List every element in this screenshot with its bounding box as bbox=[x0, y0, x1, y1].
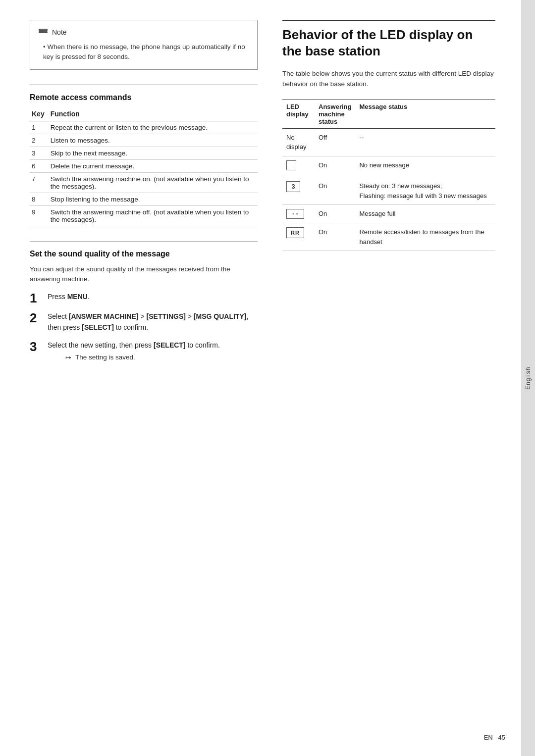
table-row: - - On Message full bbox=[282, 205, 495, 223]
step-result: ↦The settng is saved. bbox=[65, 353, 220, 361]
sidebar-tab: English bbox=[521, 0, 535, 756]
sound-quality-title: Set the sound quality of the message bbox=[30, 250, 258, 258]
led-rr-indicator: RR bbox=[286, 227, 304, 238]
table-row: On No new message bbox=[282, 156, 495, 177]
led-display-cell: 3 bbox=[282, 177, 315, 205]
led-answering-cell: On bbox=[315, 177, 355, 205]
led-message-cell: Steady on: 3 new messages;Flashing: mess… bbox=[355, 177, 495, 205]
led-intro: The table below shows you the current st… bbox=[282, 69, 495, 90]
led-col-display: LEDdisplay bbox=[282, 100, 315, 128]
left-column: Note When there is no message, the phone… bbox=[30, 20, 258, 736]
table-row: No display Off -- bbox=[282, 128, 495, 156]
commands-table-header: Key Function bbox=[30, 108, 258, 121]
led-table-header: LEDdisplay Answeringmachinestatus Messag… bbox=[282, 100, 495, 128]
step-number: 1 bbox=[30, 292, 42, 304]
step-content: Press MENU. bbox=[48, 292, 90, 302]
function-cell: Stop listening to the message. bbox=[49, 193, 258, 205]
function-cell: Switch the answering machine off. (not a… bbox=[49, 205, 258, 226]
led-message-cell: Message full bbox=[355, 205, 495, 223]
function-cell: Listen to messages. bbox=[49, 134, 258, 147]
key-cell: 8 bbox=[30, 193, 49, 205]
key-cell: 1 bbox=[30, 121, 49, 134]
step-text: Press MENU. bbox=[48, 291, 90, 301]
step-text: Select the new setting, then press [SELE… bbox=[48, 339, 220, 349]
table-row: 8Stop listening to the message. bbox=[30, 193, 258, 205]
steps-list: 1 Press MENU. 2 Select [ANSWER MACHINE] … bbox=[30, 292, 258, 361]
led-message-cell: Remote access/listen to messages from th… bbox=[355, 223, 495, 251]
arrow-icon: ↦ bbox=[65, 353, 71, 361]
step-item: 2 Select [ANSWER MACHINE] > [SETTINGS] >… bbox=[30, 311, 258, 333]
led-section-title: Behavior of the LED display on the base … bbox=[282, 20, 495, 59]
note-box: Note When there is no message, the phone… bbox=[30, 20, 258, 70]
page-footer: EN 45 bbox=[484, 734, 505, 741]
table-row: RR On Remote access/listen to messages f… bbox=[282, 223, 495, 251]
led-display-cell: - - bbox=[282, 205, 315, 223]
table-row: 3 On Steady on: 3 new messages;Flashing:… bbox=[282, 177, 495, 205]
step-number: 3 bbox=[30, 340, 42, 353]
led-answering-cell: Off bbox=[315, 128, 355, 156]
led-no-display: No display bbox=[286, 134, 306, 151]
divider-1 bbox=[30, 85, 258, 85]
note-content: When there is no message, the phone hang… bbox=[38, 42, 249, 62]
function-cell: Switch the answering machine on. (not av… bbox=[49, 172, 258, 193]
en-label: EN bbox=[484, 734, 493, 741]
key-cell: 9 bbox=[30, 205, 49, 226]
step-content: Select the new setting, then press [SELE… bbox=[48, 340, 220, 362]
sound-quality-section: Set the sound quality of the message You… bbox=[30, 241, 258, 362]
remote-access-title: Remote access commands bbox=[30, 93, 258, 102]
led-dashes-indicator: - - bbox=[286, 209, 304, 219]
sound-quality-intro: You can adjust the sound quality of the … bbox=[30, 264, 258, 285]
led-col-answering: Answeringmachinestatus bbox=[315, 100, 355, 128]
key-cell: 2 bbox=[30, 134, 49, 147]
led-display-cell: No display bbox=[282, 128, 315, 156]
step-text: Select [ANSWER MACHINE] > [SETTINGS] > [… bbox=[48, 310, 248, 331]
table-row: 6Delete the current message. bbox=[30, 159, 258, 172]
function-cell: Delete the current message. bbox=[49, 159, 258, 172]
led-square-indicator bbox=[286, 160, 296, 170]
led-message-cell: -- bbox=[355, 128, 495, 156]
note-header: Note bbox=[38, 27, 249, 37]
step-item: 1 Press MENU. bbox=[30, 292, 258, 304]
table-row: 3Skip to the next message. bbox=[30, 147, 258, 159]
svg-rect-0 bbox=[39, 29, 47, 31]
commands-table: Key Function 1Repeat the current or list… bbox=[30, 108, 258, 226]
col-key-header: Key bbox=[30, 108, 49, 121]
led-col-message: Message status bbox=[355, 100, 495, 128]
key-cell: 7 bbox=[30, 172, 49, 193]
led-display-cell bbox=[282, 156, 315, 177]
led-answering-cell: On bbox=[315, 223, 355, 251]
col-function-header: Function bbox=[49, 108, 258, 121]
led-answering-cell: On bbox=[315, 205, 355, 223]
table-row: 2Listen to messages. bbox=[30, 134, 258, 147]
table-row: 1Repeat the current or listen to the pre… bbox=[30, 121, 258, 134]
key-cell: 6 bbox=[30, 159, 49, 172]
page-number: 45 bbox=[498, 734, 505, 741]
table-row: 9Switch the answering machine off. (not … bbox=[30, 205, 258, 226]
function-cell: Skip to the next message. bbox=[49, 147, 258, 159]
key-cell: 3 bbox=[30, 147, 49, 159]
note-icon bbox=[38, 27, 48, 37]
right-column: Behavior of the LED display on the base … bbox=[282, 20, 495, 736]
step-item: 3 Select the new setting, then press [SE… bbox=[30, 340, 258, 362]
result-text: The settng is saved. bbox=[75, 353, 135, 361]
led-table: LEDdisplay Answeringmachinestatus Messag… bbox=[282, 100, 495, 252]
function-cell: Repeat the current or listen to the prev… bbox=[49, 121, 258, 134]
led-display-cell: RR bbox=[282, 223, 315, 251]
svg-rect-1 bbox=[39, 32, 47, 33]
step-number: 2 bbox=[30, 311, 42, 324]
led-num3-indicator: 3 bbox=[286, 181, 300, 192]
led-answering-cell: On bbox=[315, 156, 355, 177]
divider-2 bbox=[30, 241, 258, 242]
led-message-cell: No new message bbox=[355, 156, 495, 177]
table-row: 7Switch the answering machine on. (not a… bbox=[30, 172, 258, 193]
step-content: Select [ANSWER MACHINE] > [SETTINGS] > [… bbox=[48, 311, 258, 333]
note-title: Note bbox=[52, 28, 67, 36]
